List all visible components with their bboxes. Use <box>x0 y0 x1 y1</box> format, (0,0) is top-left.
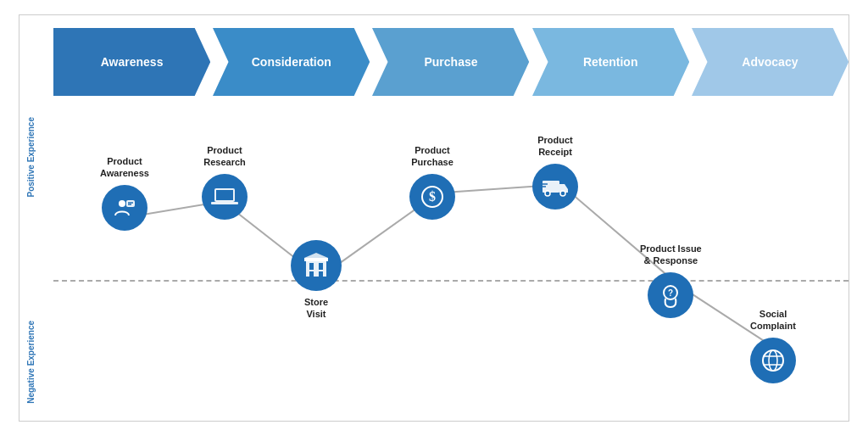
stage-purchase-label: Purchase <box>424 55 477 69</box>
touchpoint-label-research: ProductResearch <box>203 144 246 169</box>
svg-point-22 <box>545 191 550 196</box>
svg-text:?: ? <box>668 288 673 298</box>
touchpoint-icon-issue: ? <box>648 272 693 318</box>
svg-rect-17 <box>304 258 328 261</box>
stage-purchase: Purchase <box>372 28 529 96</box>
touchpoint-label-awareness: ProductAwareness <box>100 155 149 180</box>
touchpoint-icon-purchase: $ <box>409 174 455 220</box>
svg-text:$: $ <box>429 189 436 204</box>
touchpoint-icon-research <box>202 174 248 220</box>
touchpoint-social-complaint: SocialComplaint <box>750 308 796 383</box>
sidebar: Positive Experience Negative Experience <box>19 109 53 421</box>
stage-awareness-label: Awareness <box>101 55 164 69</box>
svg-rect-16 <box>319 271 323 277</box>
touchpoint-product-awareness: ProductAwareness <box>100 155 149 231</box>
svg-rect-12 <box>306 260 326 277</box>
touchpoint-label-issue: Product Issue& Response <box>640 243 702 267</box>
touchpoint-label-store: StoreVisit <box>304 296 328 321</box>
svg-marker-18 <box>304 253 328 258</box>
main-container: Awareness Consideration Purchase <box>19 14 849 422</box>
stage-consideration-label: Consideration <box>252 55 331 69</box>
touchpoint-product-issue: Product Issue& Response ? <box>640 243 702 318</box>
svg-point-28 <box>763 350 783 371</box>
funnel-row: Awareness Consideration Purchase <box>19 15 849 109</box>
body-area: Positive Experience Negative Experience … <box>19 109 849 421</box>
svg-rect-11 <box>211 202 238 204</box>
svg-point-23 <box>560 191 565 196</box>
touchpoint-store-visit: StoreVisit <box>291 240 342 326</box>
touchpoint-icon-complaint <box>750 338 796 383</box>
svg-rect-15 <box>309 271 314 277</box>
touchpoint-label-complaint: SocialComplaint <box>750 308 796 333</box>
touchpoint-label-purchase: ProductPurchase <box>411 144 453 169</box>
touchpoint-product-purchase: ProductPurchase $ <box>409 144 455 220</box>
touchpoint-product-research: ProductResearch <box>202 144 248 220</box>
stage-consideration: Consideration <box>213 28 370 96</box>
positive-experience-label: Positive Experience <box>26 117 36 198</box>
touchpoint-icon-awareness <box>102 185 147 231</box>
svg-rect-13 <box>309 263 314 270</box>
negative-experience-label: Negative Experience <box>26 321 36 404</box>
journey-area: ProductAwareness ProductResearch <box>53 109 849 421</box>
svg-rect-10 <box>216 190 233 200</box>
touchpoint-icon-receipt <box>532 164 578 210</box>
stage-awareness: Awareness <box>53 28 210 96</box>
touchpoint-label-receipt: ProductReceipt <box>537 134 573 159</box>
stage-retention: Retention <box>532 28 689 96</box>
touchpoint-product-receipt: ProductReceipt <box>532 134 578 210</box>
touchpoint-icon-store <box>291 240 342 291</box>
stage-retention-label: Retention <box>583 55 638 69</box>
stage-advocacy: Advocacy <box>692 28 849 96</box>
svg-point-29 <box>769 350 777 371</box>
svg-point-5 <box>119 200 125 207</box>
svg-rect-6 <box>126 200 135 207</box>
stage-advocacy-label: Advocacy <box>742 55 798 69</box>
svg-rect-14 <box>319 263 323 270</box>
